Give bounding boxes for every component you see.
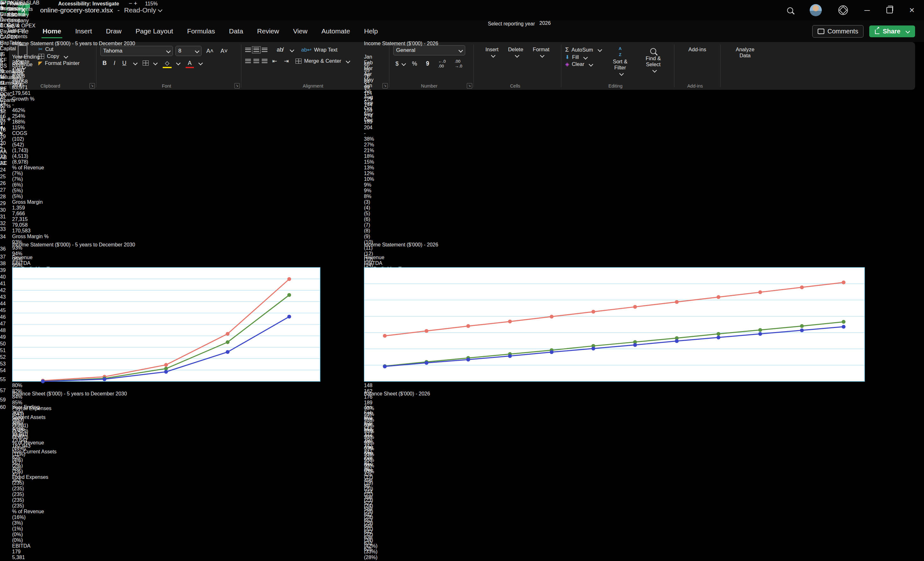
table-cell[interactable]: 609 [364, 420, 401, 426]
table-cell[interactable]: 293 [364, 438, 401, 443]
sheet-tab-is[interactable]: IS [0, 52, 35, 57]
table-cell[interactable]: (16%) [12, 514, 45, 520]
row-header-53[interactable]: 53 [0, 360, 6, 367]
table-cell[interactable]: 625 [12, 454, 45, 460]
row-label[interactable]: Gross Margin [12, 199, 162, 205]
sheet-options-button[interactable]: ⋮ [13, 117, 18, 123]
close-button[interactable]: × [909, 6, 915, 14]
row-header-40[interactable]: 40 [0, 273, 6, 280]
table-cell[interactable]: 84 [364, 79, 401, 85]
table-cell[interactable]: (3%) [12, 520, 45, 526]
row-header-42[interactable]: 42 [0, 287, 6, 294]
table-cell[interactable]: 396 [364, 495, 401, 501]
row-header-54[interactable]: 54 [0, 367, 6, 374]
table-cell[interactable]: (1,743) [12, 148, 45, 153]
table-cell[interactable]: 9% [364, 188, 401, 194]
row-label[interactable]: EBITDA [12, 543, 162, 549]
table-cell[interactable]: (5%) [12, 194, 45, 199]
table-cell[interactable]: 70 [364, 73, 401, 79]
table-cell[interactable]: 21% [364, 148, 401, 153]
align-bottom-icon[interactable] [262, 48, 267, 52]
row-header-59[interactable]: 59 [0, 396, 6, 404]
row-label[interactable]: % of Revenue [12, 509, 162, 514]
row-header-49[interactable]: 49 [0, 334, 6, 340]
table-cell[interactable]: 312 [364, 460, 401, 466]
sheet-tab-kpis[interactable]: KPIs [0, 103, 35, 109]
table-cell[interactable]: (4,513) [12, 153, 45, 159]
minimize-button[interactable]: ─ [864, 6, 870, 14]
table-cell[interactable]: - [364, 130, 401, 136]
table-cell[interactable]: 204 [364, 125, 401, 130]
table-cell[interactable]: (9) [364, 234, 401, 239]
row-header-31[interactable]: 31 [0, 213, 6, 220]
sheet-tab-summary[interactable]: Summary [0, 80, 35, 86]
table-cell[interactable]: 73,641 [12, 438, 45, 443]
restore-button[interactable] [886, 7, 893, 14]
table-cell[interactable]: 27% [364, 142, 401, 148]
table-cell[interactable]: 4,565 [12, 426, 45, 432]
table-cell[interactable]: 489 [12, 466, 45, 472]
zoom-in-button[interactable]: + [134, 0, 137, 7]
table-cell[interactable]: 18% [364, 153, 401, 159]
table-cell[interactable]: 1,359 [12, 205, 45, 211]
row-header-39[interactable]: 39 [0, 267, 6, 273]
sheet-tab-be[interactable]: BE [0, 86, 35, 92]
table-cell[interactable]: 642 [364, 512, 401, 518]
table-cell[interactable]: 642 [364, 529, 401, 535]
row-header-41[interactable]: 41 [0, 280, 6, 287]
table-cell[interactable]: 557 [12, 460, 45, 466]
row-header-20[interactable]: 20 [0, 140, 6, 147]
table-cell[interactable]: (4) [364, 205, 401, 211]
table-cell[interactable]: 353 [12, 478, 45, 483]
table-cell[interactable]: (7%) [12, 171, 45, 176]
row-header-46[interactable]: 46 [0, 314, 6, 320]
row-header-26[interactable]: 26 [0, 180, 6, 187]
row-header-36[interactable]: 36 [0, 244, 6, 254]
row-header-52[interactable]: 52 [0, 354, 6, 360]
table-cell[interactable]: (235) [12, 486, 45, 492]
row-header-33[interactable]: 33 [0, 227, 6, 231]
wrap-text-button[interactable]: ab↩Wrap Text [301, 47, 338, 53]
row-label[interactable]: Non-Current Assets [12, 449, 162, 454]
menu-tab-automate[interactable]: Automate [315, 23, 357, 39]
table-cell[interactable]: 241 [364, 449, 401, 454]
align-middle-icon[interactable] [254, 48, 259, 52]
row-header-55[interactable]: 55 [0, 374, 6, 385]
table-cell[interactable]: (5) [364, 211, 401, 216]
row-header-28[interactable]: 28 [0, 193, 6, 200]
row-header-32[interactable]: 32 [0, 220, 6, 227]
table-cell[interactable]: 270 [364, 454, 401, 460]
sheet-tab-scenarios[interactable]: Scenarios [0, 69, 35, 75]
zoom-out-button[interactable]: − [129, 0, 132, 7]
sheet-tab-revenue[interactable]: Revenue [0, 17, 35, 23]
table-cell[interactable]: 38% [364, 136, 401, 142]
table-cell[interactable]: 421 [12, 472, 45, 478]
table-cell[interactable]: (6%) [12, 182, 45, 188]
orientation-button[interactable]: ab̸ [274, 46, 285, 54]
table-cell[interactable]: 653 [364, 518, 401, 524]
row-header-60[interactable]: 60 [0, 404, 6, 411]
table-cell[interactable]: (7) [364, 222, 401, 228]
row-label[interactable]: Gross Margin % [12, 234, 162, 239]
menu-tab-draw[interactable]: Draw [99, 23, 129, 39]
row-header-21[interactable]: 21 [0, 147, 6, 153]
table-cell[interactable]: 55 [364, 68, 401, 73]
sheet-tab-cf[interactable]: CF [0, 57, 35, 63]
table-cell[interactable]: (0%) [12, 537, 45, 543]
table-cell[interactable]: (1%) [12, 526, 45, 532]
table-cell[interactable]: (8) [364, 228, 401, 234]
table-cell[interactable]: 636 [364, 535, 401, 541]
row-header-34[interactable]: 34 [0, 231, 6, 242]
table-cell[interactable]: 5,381 [12, 555, 45, 560]
table-cell[interactable]: 40 [364, 62, 401, 68]
menu-tab-page-layout[interactable]: Page Layout [129, 23, 180, 39]
menu-tab-data[interactable]: Data [222, 23, 250, 39]
align-top-icon[interactable] [245, 48, 251, 52]
select-year-input[interactable]: 2026 [539, 20, 551, 26]
table-cell[interactable]: 15% [364, 159, 401, 165]
table-cell[interactable]: 372 [364, 432, 401, 438]
row-header-44[interactable]: 44 [0, 300, 6, 307]
menu-tab-formulas[interactable]: Formulas [180, 23, 222, 39]
table-cell[interactable]: 518 [364, 426, 401, 432]
menu-tab-help[interactable]: Help [357, 23, 385, 39]
